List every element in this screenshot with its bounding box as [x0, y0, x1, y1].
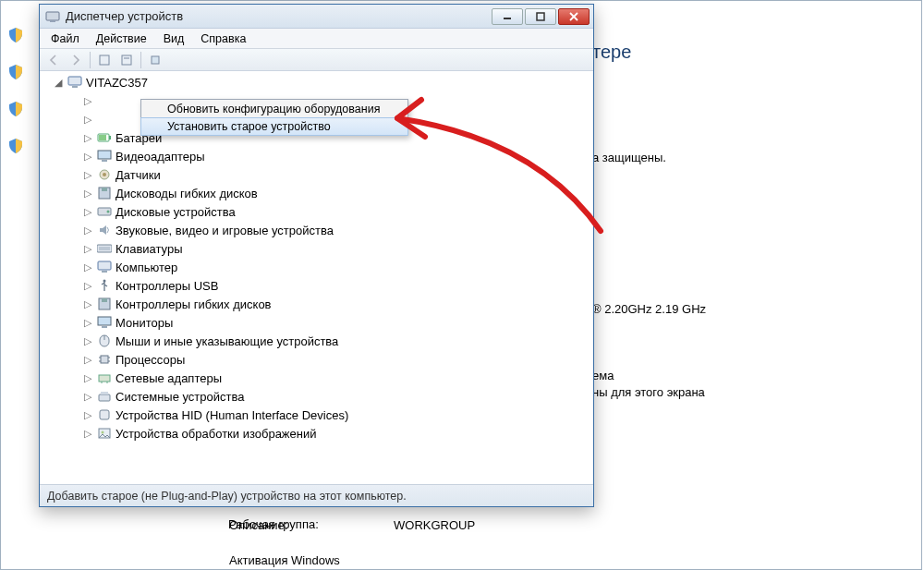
expand-icon[interactable]: ▷ — [82, 280, 93, 292]
close-button[interactable] — [558, 8, 590, 25]
svg-rect-10 — [68, 77, 81, 85]
shield-icon — [9, 139, 22, 153]
tree-item[interactable]: ▷Контроллеры гибких дисков — [42, 295, 593, 313]
tree-item-label: Устройства HID (Human Interface Devices) — [116, 408, 348, 422]
tree-item-label: Контроллеры гибких дисков — [116, 297, 272, 311]
expand-icon[interactable]: ▷ — [82, 132, 93, 144]
expand-icon[interactable]: ▷ — [82, 409, 93, 421]
menu-help[interactable]: Справка — [193, 30, 253, 47]
menubar: Файл Действие Вид Справка — [40, 29, 593, 49]
toolbar-btn-2[interactable] — [116, 51, 137, 69]
tree-item-label: Контроллеры USB — [116, 279, 218, 293]
device-category-icon — [97, 371, 112, 384]
expand-icon[interactable]: ▷ — [82, 188, 93, 200]
svg-rect-30 — [102, 298, 107, 302]
svg-rect-7 — [122, 55, 131, 65]
bg-text-sys: ема — [592, 369, 614, 382]
bg-activation: Активация Windows — [229, 553, 340, 567]
tree-item[interactable]: ▷Клавиатуры — [42, 239, 593, 258]
tree-root-label: VITAZC357 — [86, 76, 148, 90]
menu-file[interactable]: Файл — [43, 30, 87, 47]
tree-item-label: Компьютер — [116, 261, 177, 274]
nav-back-button[interactable] — [43, 51, 64, 69]
tree-item-label: Системные устройства — [116, 390, 244, 404]
titlebar[interactable]: Диспетчер устройств — [40, 5, 593, 29]
svg-rect-27 — [102, 271, 107, 273]
device-manager-window: Диспетчер устройств Файл Действие Вид Сп… — [39, 4, 594, 507]
svg-rect-16 — [102, 160, 107, 162]
svg-rect-43 — [99, 394, 110, 401]
tree-item[interactable]: ▷Дисководы гибких дисков — [42, 184, 593, 202]
tree-item[interactable]: ▷Устройства обработки изображений — [42, 424, 593, 443]
expand-icon[interactable]: ▷ — [82, 169, 93, 181]
menu-action[interactable]: Действие — [89, 30, 154, 47]
device-category-icon — [97, 224, 112, 236]
expand-icon[interactable]: ▷ — [82, 354, 93, 366]
svg-rect-23 — [97, 245, 112, 252]
svg-point-47 — [102, 431, 104, 434]
tree-item[interactable]: ▷Системные устройства — [42, 387, 593, 406]
device-category-icon — [97, 279, 112, 292]
tree-item-label: Дисководы гибких дисков — [116, 187, 258, 200]
context-menu-item-refresh[interactable]: Обновить конфигурацию оборудования — [141, 100, 407, 118]
tree-item[interactable]: ▷Датчики — [42, 165, 593, 184]
menu-view[interactable]: Вид — [156, 30, 192, 47]
tree-item[interactable]: ▷Сетевые адаптеры — [42, 369, 593, 387]
device-category-icon — [97, 205, 112, 218]
expand-icon[interactable]: ▷ — [82, 428, 93, 440]
bg-workgroup: WORKGROUP — [394, 518, 475, 532]
tree-item[interactable]: ▷Мыши и иные указывающие устройства — [42, 332, 593, 350]
svg-rect-26 — [98, 261, 111, 270]
device-category-icon — [97, 150, 112, 163]
tree-item[interactable]: ▷Контроллеры USB — [42, 276, 593, 295]
tree-item[interactable]: ▷Мониторы — [42, 313, 593, 332]
tree-item-label: Видеоадаптеры — [116, 150, 205, 164]
expand-icon[interactable]: ▷ — [82, 317, 93, 329]
device-category-icon — [97, 334, 112, 347]
svg-rect-32 — [102, 326, 107, 328]
device-category-icon — [97, 427, 112, 440]
tree-item[interactable]: ▷Компьютер — [42, 258, 593, 276]
svg-rect-13 — [109, 136, 111, 139]
toolbar-btn-1[interactable] — [94, 51, 115, 69]
tree-item[interactable]: ▷Дисковые устройства — [42, 202, 593, 221]
expand-icon[interactable]: ▷ — [82, 206, 93, 218]
svg-rect-6 — [100, 55, 109, 65]
tree-item-label: Дисковые устройства — [116, 205, 236, 219]
device-category-icon — [97, 316, 112, 329]
statusbar: Добавить старое (не Plug-and-Play) устро… — [40, 484, 593, 506]
svg-rect-40 — [99, 375, 110, 382]
device-category-icon — [97, 168, 112, 181]
window-title: Диспетчер устройств — [66, 9, 486, 23]
expand-icon[interactable]: ▷ — [82, 391, 93, 403]
bg-text-cpu: ® 2.20GHz 2.19 GHz — [592, 302, 706, 316]
svg-rect-3 — [537, 13, 544, 20]
tree-root[interactable]: ◢ VITAZC357 — [42, 73, 593, 91]
expand-icon[interactable]: ▷ — [82, 261, 93, 273]
expand-icon[interactable]: ▷ — [82, 224, 93, 236]
tree-item[interactable]: ▷Видеоадаптеры — [42, 147, 593, 165]
tree-item[interactable]: ▷Процессоры — [42, 350, 593, 369]
toolbar-btn-3[interactable] — [145, 51, 165, 69]
expand-icon[interactable]: ▷ — [82, 372, 93, 384]
toolbar — [40, 49, 593, 71]
tree-item-label: Мыши и иные указывающие устройства — [116, 334, 338, 348]
collapse-icon[interactable]: ◢ — [53, 77, 64, 89]
context-menu-item-legacy[interactable]: Установить старое устройство — [140, 117, 408, 136]
svg-rect-31 — [98, 317, 111, 325]
expand-icon[interactable]: ▷ — [82, 298, 93, 310]
nav-forward-button[interactable] — [66, 51, 86, 69]
devmgr-icon — [45, 9, 60, 24]
minimize-button[interactable] — [492, 8, 523, 25]
tree-item[interactable]: ▷Звуковые, видео и игровые устройства — [42, 221, 593, 239]
expand-icon[interactable]: ▷ — [82, 243, 93, 255]
expand-icon[interactable]: ▷ — [82, 335, 93, 347]
device-category-icon — [97, 408, 112, 421]
maximize-button[interactable] — [525, 8, 556, 25]
expand-icon[interactable]: ▷ — [82, 151, 93, 163]
tree-item-label: Устройства обработки изображений — [116, 427, 317, 441]
shield-icon — [9, 65, 22, 79]
tree-item[interactable]: ▷Устройства HID (Human Interface Devices… — [42, 406, 593, 424]
device-category-icon — [97, 261, 112, 273]
tree-item-label: Клавиатуры — [116, 242, 183, 256]
